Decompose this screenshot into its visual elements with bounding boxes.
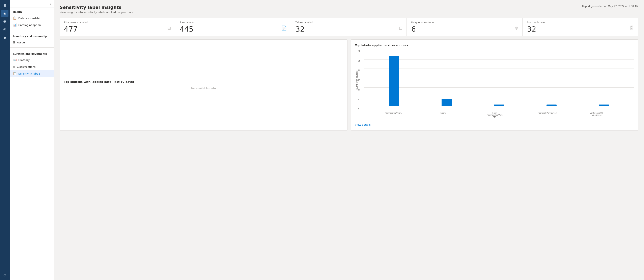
sidebar-item-data-stewardship[interactable]: 📋 Data stewardship — [10, 15, 54, 21]
assets-icon: ⊞ — [13, 41, 16, 44]
x-label-4: Confidential\All Employees — [590, 112, 604, 118]
sidebar-collapse-button[interactable]: « — [49, 1, 52, 6]
stat-card-header-tables-labeled: 32 ⊟ — [296, 25, 403, 33]
main-content: Sensitivity label insights View insights… — [54, 0, 644, 280]
stat-label-total-assets: Total assets labeled — [64, 21, 171, 24]
no-data-label: No available data — [191, 87, 216, 90]
bar-chart-area: Number of sources 051015202530 — [355, 50, 634, 110]
x-label-3: General_PurviewTest — [538, 112, 552, 118]
left-chart-title: Top sources with labeled data (last 30 d… — [64, 80, 343, 83]
icon-bar-data[interactable]: ◈ — [1, 10, 8, 17]
stats-row: Total assets labeled 477 ⊞ Files labeled… — [60, 18, 638, 36]
icon-bar-insights[interactable]: ◎ — [1, 26, 8, 33]
left-chart-card: Top sources with labeled data (last 30 d… — [60, 39, 348, 131]
sensitivity-labels-icon: 📋 — [13, 72, 17, 75]
stat-label-files-labeled: Files labeled — [180, 21, 287, 24]
stat-card-total-assets: Total assets labeled 477 ⊞ — [60, 18, 175, 36]
chart-bottom: View details — [355, 120, 634, 127]
y-label-0: 0 — [358, 108, 362, 110]
stat-icon-unique-labels: ⊛ — [515, 25, 518, 30]
charts-row: Top sources with labeled data (last 30 d… — [60, 39, 638, 131]
stat-icon-tables-labeled: ⊟ — [399, 25, 402, 30]
y-label-25: 25 — [358, 60, 362, 62]
stat-value-files-labeled: 445 — [180, 25, 194, 33]
icon-bar-home[interactable]: ⊞ — [1, 1, 8, 9]
x-label-2: Highly Confidential\Ninja FTE — [488, 112, 502, 118]
sidebar-health-title: Health — [10, 7, 54, 15]
y-label-20: 20 — [358, 69, 362, 72]
sidebar-item-catalog-adoption[interactable]: 📊 Catalog adoption — [10, 21, 54, 28]
view-details-link[interactable]: View details — [355, 123, 371, 126]
sidebar-item-data-stewardship-label: Data stewardship — [18, 17, 41, 20]
stat-label-unique-labels: Unique labels found — [411, 21, 518, 24]
page-title: Sensitivity label insights — [60, 5, 134, 10]
stat-value-unique-labels: 6 — [411, 25, 416, 33]
stat-card-unique-labels: Unique labels found 6 ⊛ — [407, 18, 522, 36]
bar-3 — [546, 105, 556, 106]
catalog-adoption-icon: 📊 — [13, 23, 17, 27]
sidebar-curation-title: Curation and governance — [10, 49, 54, 56]
bar-2 — [494, 105, 504, 106]
y-label-5: 5 — [358, 99, 362, 101]
stat-card-sources-labeled: Sources labeled 32 🗄 — [523, 18, 638, 36]
sidebar-item-sensitivity-labels-label: Sensitivity labels — [18, 72, 40, 75]
y-label-30: 30 — [358, 50, 362, 52]
sidebar-item-classifications-label: Classifications — [17, 65, 36, 68]
icon-bar: ⊞ ◈ ◉ ◎ ◆ ◇ — [0, 0, 10, 280]
x-label-1: Secret — [436, 112, 450, 118]
sidebar-divider-1 — [10, 30, 54, 30]
x-label-0: Confidential\Micr... — [385, 112, 400, 118]
stat-card-files-labeled: Files labeled 445 📄 — [176, 18, 291, 36]
right-chart-title: Top labels applied across sources — [355, 44, 634, 47]
stat-card-header-total-assets: 477 ⊞ — [64, 25, 171, 33]
stat-card-header-sources-labeled: 32 🗄 — [527, 25, 634, 33]
bar-4 — [599, 105, 609, 106]
sidebar-item-sensitivity-labels[interactable]: 📋 Sensitivity labels — [10, 70, 54, 77]
icon-bar-policy[interactable]: ◆ — [1, 34, 8, 41]
stat-value-total-assets: 477 — [64, 25, 78, 33]
stat-card-tables-labeled: Tables labeled 32 ⊟ — [292, 18, 407, 36]
right-chart-card: Top labels applied across sources Number… — [351, 39, 638, 131]
page-header: Sensitivity label insights View insights… — [60, 5, 638, 14]
sidebar-item-catalog-adoption-label: Catalog adoption — [18, 23, 41, 26]
bar-chart-container: Number of sources 051015202530 Confident… — [355, 50, 634, 118]
sidebar-item-assets[interactable]: ⊞ Assets — [10, 39, 54, 46]
y-label-10: 10 — [358, 89, 362, 91]
y-label-15: 15 — [358, 79, 362, 81]
sidebar-inventory-title: Inventory and ownership — [10, 32, 54, 39]
icon-bar-settings[interactable]: ◇ — [1, 271, 8, 279]
bar-0 — [389, 56, 399, 106]
glossary-icon: 📖 — [13, 58, 17, 62]
icon-bar-catalog[interactable]: ◉ — [1, 18, 8, 25]
stat-label-tables-labeled: Tables labeled — [296, 21, 403, 24]
stat-icon-total-assets: ⊞ — [167, 25, 171, 30]
sidebar-item-assets-label: Assets — [17, 41, 26, 44]
stat-icon-sources-labeled: 🗄 — [630, 25, 634, 30]
sidebar-item-glossary-label: Glossary — [18, 58, 30, 61]
report-date: Report generated on May 27, 2022 at 1:00… — [582, 5, 638, 8]
sidebar-divider-2 — [10, 47, 54, 48]
sidebar-header: « — [10, 0, 54, 7]
page-subtitle: View insights into sensitivity labels ap… — [60, 11, 134, 14]
sidebar-item-classifications[interactable]: ◈ Classifications — [10, 63, 54, 70]
bars-area — [364, 50, 634, 106]
stat-value-tables-labeled: 32 — [296, 25, 305, 33]
bar-1 — [442, 99, 452, 106]
y-axis-labels: 051015202530 — [358, 50, 364, 110]
sidebar: « Health 📋 Data stewardship 📊 Catalog ad… — [10, 0, 54, 280]
stat-label-sources-labeled: Sources labeled — [527, 21, 634, 24]
stat-card-header-files-labeled: 445 📄 — [180, 25, 287, 33]
stat-icon-files-labeled: 📄 — [282, 25, 287, 30]
sidebar-item-glossary[interactable]: 📖 Glossary — [10, 56, 54, 63]
stat-card-header-unique-labels: 6 ⊛ — [411, 25, 518, 33]
y-axis-title: Number of sources — [355, 50, 358, 110]
page-header-left: Sensitivity label insights View insights… — [60, 5, 134, 14]
chart-plot — [364, 50, 634, 106]
classifications-icon: ◈ — [13, 65, 15, 69]
data-stewardship-icon: 📋 — [13, 16, 17, 20]
stat-value-sources-labeled: 32 — [527, 25, 536, 33]
